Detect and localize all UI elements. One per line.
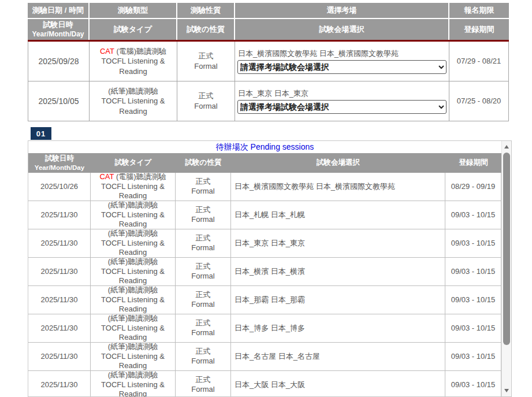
exam-date: 2025/09/28 [28,42,90,81]
header-cell-date-ja: 試験日時 Year/Month/Day [28,19,90,40]
exam-type-zh: (紙筆)聽讀測驗 [108,257,158,266]
exam-type-en: TOCFL Listening & Reading [91,210,175,230]
exam-nature-zh: 正式 [196,290,211,300]
exam-nature-en: Formal [191,243,214,253]
scroll-up-button[interactable] [502,142,511,151]
header-cell-venue-zh: 選擇考場 [235,3,449,19]
exam-type: (紙筆)聽讀測驗 TOCFL Listening & Reading [91,258,176,286]
exam-nature-zh: 正式 [196,318,211,328]
exam-nature: 正式 Formal [177,81,235,121]
exam-nature-zh: 正式 [196,205,211,215]
exam-venue-label: 日本_那霸 日本_那霸 [231,286,445,314]
exam-type-zh: (紙筆)聽讀測驗 [108,314,158,322]
table-row: 2025/10/05 (紙筆)聽讀測驗 TOCFL Listening & Re… [28,81,509,121]
exam-venue-label: 日本_東京 日本_東京 [231,229,445,258]
header-cell-date: 試験日時 Year/Month/Day [28,153,91,173]
pending-sessions-content: 待辦場次 Pending sessions 試験日時 Year/Month/Da… [28,141,501,396]
table-row: 2025/10/26 CAT (電腦)聽讀測驗 TOCFL Listening … [28,173,501,201]
exam-date: 2025/11/30 [28,343,91,371]
exam-type-zh-line: (紙筆)聽讀測驗 [108,342,158,352]
exam-nature-en: Formal [191,328,214,338]
exam-type-zh-line: (紙筆)聽讀測驗 [108,314,158,324]
table-row: 2025/11/30 (紙筆)聽讀測驗 TOCFL Listening & Re… [28,343,501,371]
scroll-down-button[interactable] [502,386,511,395]
exam-type-cat-label: CAT [100,47,114,55]
exam-type-zh-line: (紙筆)聽讀測驗 [108,257,158,267]
exam-nature: 正式 Formal [176,173,231,201]
exam-date: 2025/10/05 [28,81,90,121]
registration-period: 09/03 - 10/15 [445,258,501,286]
header-cell-period-ja: 登録期間 [449,19,509,40]
exam-type-zh-line: (紙筆)聽讀測驗 [108,86,158,97]
exam-type-zh: (電腦)聽讀測驗 [114,172,166,181]
tocfl-registration-page: { "exam_table": { "header_zh": { "date":… [0,0,532,397]
scrollbar-thumb[interactable] [503,153,510,345]
exam-table-header-ja: 試験日時 Year/Month/Day 試験タイプ 試験の性質 試験会場選択 登… [28,19,509,40]
exam-date: 2025/11/30 [28,258,91,286]
exam-type-en: TOCFL Listening & Reading [90,56,177,76]
exam-type-zh: (紙筆)聽讀測驗 [108,229,158,238]
exam-nature-zh: 正式 [196,375,211,385]
exam-type-zh: (紙筆)聽讀測驗 [108,342,158,351]
exam-type-zh: (紙筆)聽讀測驗 [108,285,158,294]
exam-nature: 正式 Formal [176,229,231,258]
exam-venue-cell: 日本_横濱國際文教學苑 日本_横濱國際文教學苑 請選擇考場試験会場選択 [235,42,449,81]
header-cell-nature-ja: 試験の性質 [177,19,235,40]
pending-table-body: 2025/10/26 CAT (電腦)聽讀測驗 TOCFL Listening … [28,173,501,397]
exam-date: 2025/11/30 [28,229,91,258]
exam-type-zh: (紙筆)聽讀測驗 [108,370,158,379]
registration-period: 09/03 - 10/15 [445,286,501,314]
exam-type-en: TOCFL Listening & Reading [91,352,175,372]
exam-type-en: TOCFL Listening & Reading [91,380,175,397]
section-number-badge: 01 [31,127,51,140]
exam-venue-label: 日本_博多 日本_博多 [231,314,445,343]
exam-nature-en: Formal [191,300,214,310]
exam-nature-zh: 正式 [196,233,211,243]
exam-date: 2025/10/26 [28,173,91,201]
registration-period: 09/03 - 10/15 [445,371,501,397]
exam-venue-label: 日本_札幌 日本_札幌 [231,201,445,229]
pending-table-header: 試験日時 Year/Month/Day 試験タイプ 試験の性質 試験会場選択 登… [28,153,501,173]
exam-type-zh-line: (紙筆)聽讀測驗 [108,285,158,295]
exam-date: 2025/11/30 [28,371,91,397]
exam-venue-label: 日本_横濱國際文教學苑 日本_横濱國際文教學苑 [237,49,447,59]
exam-type-zh-line: (紙筆)聽讀測驗 [108,370,158,380]
exam-type: (紙筆)聽讀測驗 TOCFL Listening & Reading [91,343,176,371]
exam-type: CAT (電腦)聽讀測驗 TOCFL Listening & Reading [90,42,177,81]
exam-type-zh-line: (紙筆)聽讀測驗 [108,229,158,239]
table-row: 2025/11/30 (紙筆)聽讀測驗 TOCFL Listening & Re… [28,286,501,314]
table-row: 2025/11/30 (紙筆)聽讀測驗 TOCFL Listening & Re… [28,371,501,397]
exam-nature-en: Formal [194,101,217,112]
exam-nature: 正式 Formal [176,371,231,397]
exam-nature-en: Formal [194,61,217,72]
venue-select[interactable]: 請選擇考場試験会場選択 [237,60,447,74]
header-cell-venue: 試験会場選択 [231,153,445,173]
exam-type-en: TOCFL Listening & Reading [90,96,177,116]
exam-table-header-zh: 測驗日期 / 時間 測驗類型 測驗性質 選擇考場 報名期限 [28,3,509,19]
exam-nature-en: Formal [191,357,214,366]
exam-nature: 正式 Formal [176,258,231,286]
exam-nature-en: Formal [191,272,214,281]
exam-type: (紙筆)聽讀測驗 TOCFL Listening & Reading [91,229,176,258]
header-cell-date-zh: 測驗日期 / 時間 [28,3,90,19]
header-date-line2: Year/Month/Day [35,164,84,172]
exam-venue-label: 日本_横濱 日本_横濱 [231,258,445,286]
exam-nature: 正式 Formal [176,314,231,343]
venue-select[interactable]: 請選擇考場試験会場選択 [237,100,447,114]
table-row: 2025/11/30 (紙筆)聽讀測驗 TOCFL Listening & Re… [28,229,501,258]
vertical-scrollbar[interactable] [501,141,511,396]
table-row: 2025/11/30 (紙筆)聽讀測驗 TOCFL Listening & Re… [28,201,501,229]
exam-registration-table: 測驗日期 / 時間 測驗類型 測驗性質 選擇考場 報名期限 試験日時 Year/… [28,3,509,121]
exam-venue-cell: 日本_東京 日本_東京 請選擇考場試験会場選択 [235,81,449,121]
registration-period: 09/03 - 10/15 [445,343,501,371]
table-row: 2025/09/28 CAT (電腦)聽讀測驗 TOCFL Listening … [28,42,509,81]
exam-type: (紙筆)聽讀測驗 TOCFL Listening & Reading [91,201,176,229]
header-date-line1: 試験日時 [45,154,74,164]
exam-type: (紙筆)聽讀測驗 TOCFL Listening & Reading [91,371,176,397]
scroll-up-icon [504,145,509,149]
registration-period: 07/25 - 08/20 [449,81,509,121]
table-row: 2025/11/30 (紙筆)聽讀測驗 TOCFL Listening & Re… [28,258,501,286]
exam-type-zh-line: CAT (電腦)聽讀測驗 [100,46,166,57]
header-cell-type-zh: 測驗類型 [90,3,177,19]
exam-nature-en: Formal [191,187,214,196]
